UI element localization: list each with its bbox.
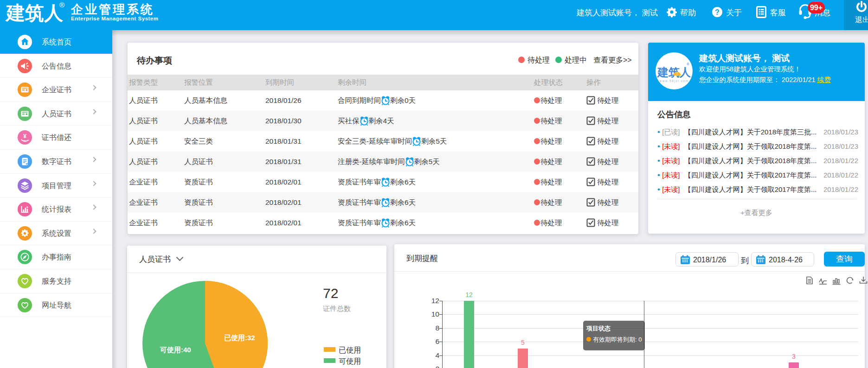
svg-text:可使用:40: 可使用:40 bbox=[160, 346, 191, 354]
svg-text:¥: ¥ bbox=[23, 133, 26, 140]
svg-text:建筑人: 建筑人 bbox=[656, 66, 691, 78]
svg-text:www.58jzr.com: www.58jzr.com bbox=[659, 79, 689, 83]
svg-text:®: ® bbox=[687, 62, 689, 66]
svg-text:已使用:32: 已使用:32 bbox=[224, 334, 255, 342]
svg-text:?: ? bbox=[715, 8, 720, 16]
